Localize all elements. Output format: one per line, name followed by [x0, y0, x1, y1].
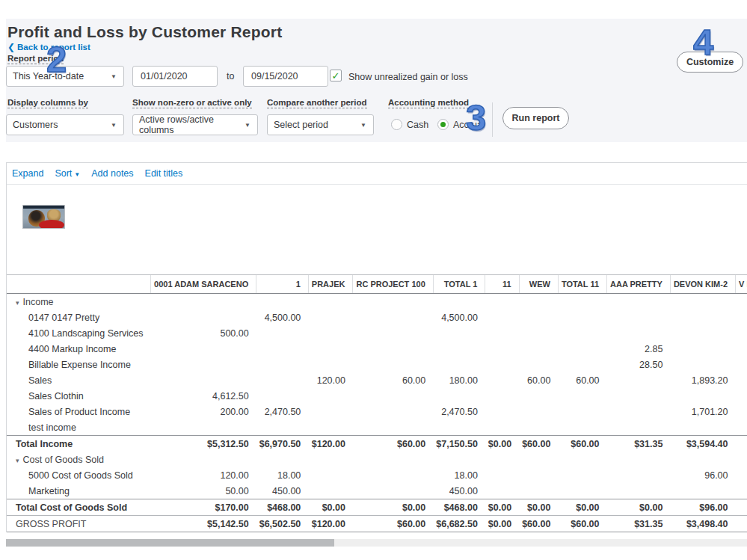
report-table: 0001 ADAM SARACENO1PRAJEKRC PROJECT 100T… — [7, 274, 747, 532]
cell-value: $0.00 — [485, 436, 519, 452]
filter-panel: Profit and Loss by Customer Report ❮Back… — [6, 19, 747, 142]
cash-label[interactable]: Cash — [407, 120, 428, 130]
cash-radio[interactable] — [391, 119, 402, 130]
cell-value — [670, 483, 735, 499]
table-row: Total Cost of Goods Sold$170.00$468.00$0… — [7, 499, 747, 516]
cell-value — [558, 467, 606, 483]
chevron-down-icon: ▼ — [111, 73, 117, 80]
company-logo — [22, 205, 65, 229]
show-unrealized-label[interactable]: Show unrealized gain or loss — [348, 72, 468, 82]
cell-value: 4,612.50 — [151, 388, 256, 404]
cell-value — [519, 404, 558, 419]
table-row: 4100 Landscaping Services500.00 — [7, 325, 747, 341]
cell-value — [353, 388, 433, 404]
cell-value: $31.35 — [607, 436, 671, 452]
column-header: TOTAL 11 — [558, 275, 606, 294]
edit-titles-link[interactable]: Edit titles — [145, 168, 183, 179]
cell-value: $468.00 — [256, 499, 309, 516]
cell-value — [353, 483, 433, 499]
cell-value: $120.00 — [308, 436, 353, 452]
cell-value — [353, 341, 433, 357]
cell-value — [736, 483, 747, 499]
table-row: ▾Income — [7, 294, 747, 310]
cell-value — [607, 388, 671, 404]
compare-period-select[interactable]: Select period ▼ — [267, 114, 374, 135]
cell-value — [308, 357, 353, 372]
column-header: RC PROJECT 100 — [353, 275, 433, 294]
cell-value — [558, 483, 606, 499]
cell-value — [736, 452, 747, 467]
horizontal-scrollbar[interactable] — [6, 539, 747, 547]
column-header: V PARK D — [736, 275, 747, 294]
expand-link[interactable]: Expand — [12, 168, 43, 179]
cell-value — [519, 294, 558, 310]
cell-value: 120.00 — [308, 372, 353, 388]
cell-value — [736, 294, 747, 310]
cell-value: $60.00 — [519, 436, 558, 452]
cell-value: 500.00 — [151, 325, 256, 341]
cell-value — [433, 419, 485, 436]
cell-value — [607, 467, 671, 483]
cell-value — [353, 357, 433, 372]
table-row: 4400 Markup Income2.85 — [7, 341, 747, 357]
compare-period-value: Select period — [274, 120, 328, 130]
date-from-field[interactable] — [132, 66, 218, 87]
accrual-radio[interactable] — [437, 119, 449, 130]
date-to-field[interactable] — [243, 66, 328, 87]
cell-value — [519, 452, 558, 467]
scrollbar-thumb[interactable] — [6, 539, 334, 547]
cell-value: $60.00 — [558, 436, 606, 452]
column-header: WEW — [519, 275, 558, 294]
cell-value — [308, 388, 353, 404]
run-report-button[interactable]: Run report — [502, 107, 569, 129]
cell-value: $0.00 — [607, 499, 671, 516]
column-header-empty — [7, 275, 151, 294]
show-unrealized-checkbox[interactable]: ✓ — [330, 70, 342, 81]
cell-value: $60.00 — [353, 436, 433, 452]
cell-value — [736, 357, 747, 372]
cell-value — [670, 357, 735, 372]
cell-value — [485, 467, 519, 483]
cell-value: 60.00 — [558, 372, 606, 388]
cell-value — [558, 357, 606, 372]
cell-value: $60.00 — [519, 516, 558, 532]
cell-value: 28.50 — [607, 357, 671, 372]
cell-value — [736, 467, 747, 483]
cell-value — [519, 419, 558, 436]
cell-value — [558, 388, 606, 404]
cell-value: $5,142.50 — [151, 516, 256, 532]
cell-value — [151, 372, 256, 388]
cell-value — [308, 325, 353, 341]
date-to-input[interactable] — [250, 70, 322, 82]
table-row: Marketing50.00450.00450.00 — [7, 483, 747, 499]
cell-value: 200.00 — [151, 404, 256, 419]
collapse-triangle-icon[interactable]: ▾ — [16, 457, 19, 464]
cell-value — [670, 310, 735, 325]
chevron-down-icon: ▼ — [111, 122, 117, 129]
cell-value — [736, 310, 747, 325]
row-label: ▾Cost of Goods Sold — [7, 452, 151, 467]
date-from-input[interactable] — [139, 70, 211, 82]
cell-value: 2.85 — [607, 341, 671, 357]
column-header: DEVON KIM-2 — [670, 275, 735, 294]
cell-value — [485, 310, 519, 325]
cell-value — [353, 404, 433, 419]
nonzero-select[interactable]: Active rows/active columns ▼ — [132, 114, 258, 135]
cell-value — [353, 294, 433, 310]
cell-value: $ — [736, 436, 747, 452]
cell-value — [607, 419, 671, 436]
cell-value — [736, 388, 747, 404]
check-icon: ✓ — [332, 71, 340, 81]
row-label: Total Income — [7, 436, 151, 452]
cell-value: 4,500.00 — [256, 310, 309, 325]
cell-value — [433, 388, 485, 404]
cell-value — [308, 483, 353, 499]
add-notes-link[interactable]: Add notes — [91, 168, 133, 179]
cell-value: $5,312.50 — [151, 436, 256, 452]
row-label: 0147 0147 Pretty — [7, 310, 151, 325]
annotation-3: 3 — [466, 99, 486, 136]
cell-value — [519, 483, 558, 499]
collapse-triangle-icon[interactable]: ▾ — [16, 299, 19, 307]
display-columns-select[interactable]: Customers ▼ — [6, 114, 124, 135]
sort-link[interactable]: Sort▼ — [55, 168, 80, 179]
